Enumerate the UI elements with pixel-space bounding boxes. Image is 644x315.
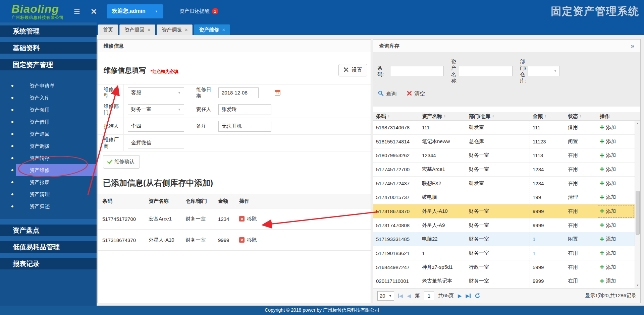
- cell-operation: +添加: [597, 274, 635, 288]
- close-icon[interactable]: ×: [91, 6, 97, 16]
- sidebar-section[interactable]: 固定资产管理: [0, 59, 97, 70]
- sidebar-item[interactable]: 资产归还: [0, 200, 97, 212]
- column-header[interactable]: 操作: [597, 112, 635, 120]
- table-row[interactable]: 517745172700宏基Arce1财务一室1234在用+添加: [373, 163, 635, 177]
- scroll-down-icon[interactable]: ▼: [635, 282, 640, 288]
- sidebar-item[interactable]: 资产维修: [0, 164, 97, 176]
- column-header[interactable]: 部门/仓库▲▼: [466, 112, 530, 120]
- sidebar-item[interactable]: 资产入库: [0, 92, 97, 104]
- next-page-button[interactable]: ▶: [458, 293, 462, 299]
- sidebar-section[interactable]: 基础资料: [0, 42, 97, 54]
- add-button[interactable]: +添加: [600, 278, 616, 284]
- user-menu-button[interactable]: 欢迎您,admin ▼: [107, 4, 163, 18]
- sort-icon[interactable]: ▲▼: [492, 115, 494, 118]
- repair-date-input[interactable]: [218, 87, 259, 98]
- add-button[interactable]: +添加: [600, 222, 616, 229]
- sidebar-item[interactable]: 资产报废: [0, 176, 97, 188]
- tab-资产退回[interactable]: 资产退回×: [119, 24, 155, 35]
- page-number-input[interactable]: [424, 292, 434, 300]
- sidebar-section[interactable]: 资产盘点: [0, 225, 97, 236]
- owner-label: 责任人: [190, 101, 214, 118]
- add-button[interactable]: +添加: [600, 124, 616, 131]
- query-button[interactable]: 查询: [378, 90, 397, 98]
- table-row[interactable]: 517317470808外星人-A9财务一室9999在用+添加: [373, 218, 635, 233]
- sidebar-section[interactable]: 系统管理: [0, 25, 97, 37]
- table-row[interactable]: 5171901836211财务一室1在用+添加: [373, 246, 635, 260]
- repair-type-label: 维修类型: [98, 84, 124, 101]
- owner-input[interactable]: [218, 104, 271, 115]
- sidebar-item[interactable]: 资产借用: [0, 116, 97, 128]
- column-header[interactable]: 条码▲▼: [373, 112, 419, 120]
- barcode-search-input[interactable]: [390, 66, 444, 76]
- add-button[interactable]: +添加: [600, 180, 616, 187]
- sort-icon[interactable]: ▲▼: [544, 115, 546, 118]
- tab-close-icon[interactable]: ×: [148, 27, 150, 33]
- table-row[interactable]: 517470015737破电脑199清理+添加: [373, 190, 635, 204]
- approver-input[interactable]: [128, 121, 184, 132]
- table-row[interactable]: 517745172437联想FX2研发室1234在用+添加: [373, 177, 635, 191]
- dept-search-select[interactable]: ▼: [528, 66, 560, 76]
- add-button[interactable]: +添加: [600, 236, 616, 242]
- vendor-input[interactable]: [128, 138, 184, 148]
- table-row[interactable]: 020117110001老古董笔记本财务一室9999在用+添加: [373, 274, 635, 288]
- column-header: 条码: [98, 194, 144, 208]
- refresh-button[interactable]: [475, 293, 480, 299]
- tab-首页[interactable]: 首页: [98, 24, 118, 35]
- collapse-chevrons-icon[interactable]: »: [631, 40, 634, 52]
- name-search-input[interactable]: [459, 66, 513, 76]
- first-page-button[interactable]: ◀: [398, 293, 403, 299]
- sidebar-item[interactable]: 资产申请单: [0, 80, 97, 92]
- column-header[interactable]: 状态▲▼: [565, 112, 597, 120]
- page-size-select[interactable]: 20 ▼: [377, 291, 394, 301]
- cell: 020117110001: [373, 274, 419, 288]
- tab-close-icon[interactable]: ×: [222, 27, 225, 33]
- bullet-icon: [11, 169, 13, 171]
- add-button[interactable]: +添加: [600, 250, 616, 256]
- calendar-icon[interactable]: [275, 90, 280, 96]
- add-button[interactable]: +添加: [600, 208, 616, 214]
- repair-dept-select[interactable]: 财务一室 ▼: [128, 104, 184, 115]
- table-row[interactable]: 517193331485电脑22财务一室1闲置+添加: [373, 232, 635, 246]
- sidebar-section[interactable]: 低值易耗品管理: [0, 241, 97, 253]
- repair-confirm-button[interactable]: 维修确认: [103, 155, 140, 169]
- clear-button[interactable]: 清空: [407, 90, 425, 98]
- add-button[interactable]: +添加: [600, 152, 616, 159]
- table-row[interactable]: 516844987247神舟z7-sp5d1行政一室5999在用+添加: [373, 260, 635, 274]
- sidebar-item[interactable]: 资产清理: [0, 188, 97, 200]
- tab-资产维修[interactable]: 资产维修×: [194, 24, 230, 35]
- scrollbar-thumb[interactable]: [636, 191, 640, 235]
- column-header[interactable]: 金额▲▼: [530, 112, 565, 120]
- sort-icon[interactable]: ▲▼: [444, 115, 446, 118]
- add-button[interactable]: +添加: [600, 166, 616, 173]
- sort-icon[interactable]: ▲▼: [388, 115, 390, 118]
- sidebar-item[interactable]: 资产领用: [0, 104, 97, 116]
- settings-button[interactable]: 设置: [338, 64, 367, 76]
- sort-icon[interactable]: ▲▼: [580, 115, 582, 118]
- add-button[interactable]: +添加: [600, 264, 616, 270]
- sidebar-item[interactable]: 资产转存: [0, 152, 97, 164]
- column-header[interactable]: 资产名称▲▼: [419, 112, 466, 120]
- scrollbar[interactable]: ▲ ▼: [635, 121, 640, 288]
- tab-close-icon[interactable]: ×: [185, 27, 187, 33]
- table-row[interactable]: 51807995326212344财务一室1113在用+添加: [373, 148, 635, 163]
- remove-button[interactable]: ×移除: [239, 237, 257, 243]
- remark-input[interactable]: [218, 121, 271, 132]
- scrollbar-spacer: [635, 112, 640, 120]
- repair-type-select[interactable]: 客服 ▼: [128, 87, 184, 98]
- cell: 12344: [419, 148, 466, 162]
- sidebar-item[interactable]: 资产调拨: [0, 140, 97, 152]
- tab-资产调拨[interactable]: 资产调拨×: [157, 24, 193, 35]
- table-row[interactable]: 518155174814笔记本neww总仓库11123闲置+添加: [373, 135, 635, 149]
- scroll-up-icon[interactable]: ▲: [635, 121, 640, 126]
- sidebar-item[interactable]: 资产退回: [0, 128, 97, 140]
- last-page-button[interactable]: ▶: [466, 293, 471, 299]
- add-button[interactable]: +添加: [600, 194, 616, 200]
- prev-page-button[interactable]: ◀: [407, 293, 411, 299]
- hamburger-menu-icon[interactable]: ≡: [74, 6, 80, 17]
- remove-button[interactable]: ×移除: [239, 216, 257, 222]
- table-row[interactable]: 517318674370外星人-A10财务一室9999在用+添加: [373, 204, 635, 218]
- sidebar-section[interactable]: 报表记录: [0, 258, 97, 269]
- asset-return-reminder[interactable]: 资产归还提醒 1: [179, 8, 218, 14]
- table-row[interactable]: 519873140678111研发室111借用+添加: [373, 121, 635, 135]
- add-button[interactable]: +添加: [600, 138, 616, 145]
